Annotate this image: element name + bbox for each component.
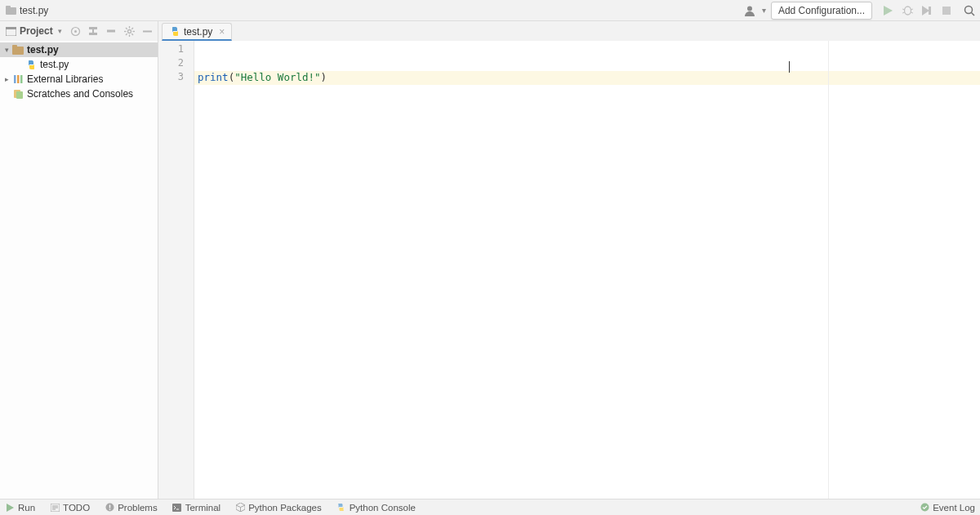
svg-line-25 (126, 28, 127, 29)
add-configuration-button[interactable]: Add Configuration... (771, 2, 872, 20)
python-console-tool-label: Python Console (350, 503, 416, 513)
svg-rect-43 (109, 509, 109, 510)
todo-tool-button[interactable]: TODO (50, 503, 90, 513)
tree-file-test-py[interactable]: test.py (0, 57, 158, 72)
svg-point-3 (904, 7, 911, 15)
stop-icon[interactable] (939, 3, 954, 18)
tool-header-row: Project ▾ test.py × (0, 21, 980, 41)
code-line (194, 57, 980, 71)
tree-root[interactable]: ▾ test.py (0, 42, 158, 57)
library-icon (11, 73, 24, 86)
tree-external-libraries[interactable]: ▸ External Libraries (0, 72, 158, 87)
folder-icon (5, 5, 16, 16)
run-tool-button[interactable]: Run (5, 503, 35, 513)
terminal-tool-label: Terminal (185, 503, 220, 513)
collapse-all-icon[interactable] (105, 25, 117, 37)
scratches-icon (11, 87, 24, 100)
problems-icon (105, 503, 114, 513)
chevron-down-icon[interactable]: ▾ (58, 27, 62, 35)
event-log-button[interactable]: Event Log (920, 503, 975, 513)
tree-scratches-label: Scratches and Consoles (27, 88, 133, 100)
svg-rect-16 (89, 27, 97, 29)
chevron-down-icon[interactable]: ▾ (762, 6, 766, 15)
svg-rect-42 (109, 505, 109, 508)
close-icon[interactable]: × (219, 26, 225, 38)
terminal-icon (172, 503, 182, 513)
event-log-icon (920, 503, 929, 513)
navigation-bar: test.py ▾ Add Configuration... (0, 0, 980, 21)
project-tree[interactable]: ▾ test.py test.py ▸ External Libraries (0, 41, 158, 499)
terminal-tool-button[interactable]: Terminal (172, 503, 220, 513)
svg-point-49 (920, 504, 929, 512)
tab-label: test.py (184, 26, 212, 38)
svg-point-15 (74, 30, 77, 33)
svg-rect-13 (6, 27, 16, 29)
code-area[interactable]: print("Hello World!") (194, 41, 980, 499)
run-icon (5, 503, 15, 513)
gear-icon[interactable] (123, 25, 135, 37)
hide-icon[interactable] (141, 25, 153, 37)
line-number: 2 (158, 57, 194, 71)
chevron-down-icon[interactable]: ▾ (2, 46, 11, 54)
svg-rect-34 (20, 75, 23, 83)
code-line: print("Hello World!") (194, 71, 980, 85)
code-token-paren: ) (321, 71, 327, 83)
svg-point-20 (127, 29, 131, 33)
search-icon[interactable] (962, 3, 977, 18)
main-area: ▾ test.py test.py ▸ External Libraries (0, 41, 980, 499)
line-number: 1 (158, 43, 194, 57)
text-cursor (789, 61, 790, 73)
python-file-icon (169, 26, 180, 38)
tree-external-libraries-label: External Libraries (27, 73, 103, 85)
debug-icon[interactable] (900, 3, 915, 18)
project-tool-title: Project (20, 25, 53, 37)
tab-test-py[interactable]: test.py × (162, 23, 232, 41)
breadcrumb[interactable]: test.py (3, 5, 48, 16)
run-icon[interactable] (880, 3, 895, 18)
problems-tool-button[interactable]: Problems (105, 503, 158, 513)
event-log-label: Event Log (933, 503, 975, 513)
code-token-string: "Hello World!" (234, 71, 320, 83)
python-packages-tool-button[interactable]: Python Packages (235, 503, 322, 513)
gutter: 1 2 3 (158, 41, 194, 499)
svg-rect-32 (14, 75, 16, 83)
run-tool-label: Run (18, 503, 35, 513)
project-tool-header[interactable]: Project ▾ (0, 21, 158, 41)
python-console-tool-button[interactable]: Python Console (336, 503, 416, 513)
run-with-coverage-icon[interactable] (920, 3, 934, 18)
svg-rect-19 (107, 30, 115, 33)
user-icon[interactable] (741, 2, 759, 20)
chevron-right-icon[interactable]: ▸ (2, 75, 11, 83)
select-opened-file-icon[interactable] (69, 25, 81, 37)
svg-line-11 (972, 12, 975, 16)
svg-rect-44 (172, 504, 181, 512)
code-token-fn: print (198, 71, 229, 83)
python-packages-tool-label: Python Packages (248, 503, 322, 513)
project-icon (5, 25, 16, 37)
svg-rect-8 (929, 7, 931, 15)
svg-rect-36 (16, 91, 23, 99)
folder-icon (11, 43, 24, 56)
run-toolbar (880, 3, 954, 18)
svg-rect-31 (12, 45, 17, 48)
svg-line-28 (131, 28, 133, 29)
tree-root-label: test.py (27, 44, 59, 55)
expand-all-icon[interactable] (87, 25, 99, 37)
svg-line-27 (126, 33, 127, 35)
svg-rect-9 (942, 7, 951, 15)
todo-icon (50, 503, 60, 513)
svg-rect-17 (89, 33, 97, 35)
tree-scratches[interactable]: Scratches and Consoles (0, 87, 158, 101)
bottom-toolbar: Run TODO Problems Terminal Python Packag… (0, 499, 980, 515)
svg-line-46 (236, 505, 241, 508)
code-editor[interactable]: 1 2 3 print("Hello World!") (158, 41, 980, 499)
code-line (194, 43, 980, 57)
svg-rect-29 (143, 30, 152, 32)
svg-line-47 (240, 505, 245, 508)
todo-tool-label: TODO (63, 503, 90, 513)
breadcrumb-project: test.py (20, 5, 48, 16)
svg-line-26 (131, 33, 133, 35)
tree-file-label: test.py (40, 59, 69, 70)
packages-icon (235, 503, 245, 513)
python-file-icon (24, 58, 38, 71)
